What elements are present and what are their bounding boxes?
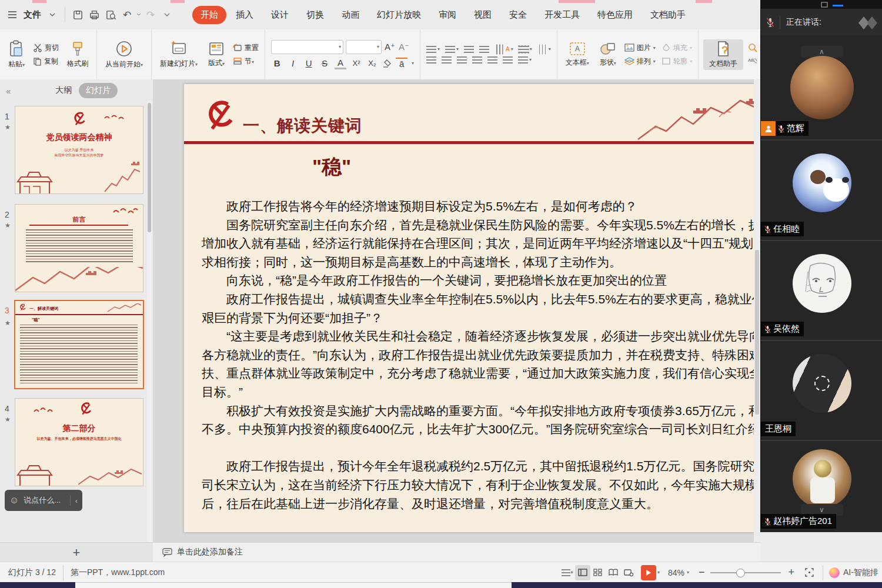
zoom-dropdown-icon[interactable]: ▾ bbox=[687, 570, 689, 575]
notes-placeholder[interactable]: 单击此处添加备注 bbox=[177, 547, 243, 557]
participant-tile[interactable]: 吴依然 bbox=[761, 241, 882, 340]
arrange-button[interactable]: 排列▾ bbox=[623, 56, 657, 67]
participant-tile[interactable]: ∧ 范辉 bbox=[761, 35, 882, 139]
layout-button[interactable]: 版式▾ bbox=[205, 40, 228, 69]
window-icon[interactable] bbox=[821, 2, 828, 8]
chat-input-placeholder[interactable]: 说点什么... bbox=[24, 495, 65, 506]
shapes-button[interactable]: 形状▾ bbox=[596, 41, 620, 69]
zoom-slider[interactable] bbox=[710, 572, 781, 573]
slide-keyword[interactable]: "稳" bbox=[312, 153, 351, 181]
align-left-button[interactable] bbox=[426, 56, 436, 64]
picture-button[interactable]: 图片▾ bbox=[623, 42, 657, 54]
slide-thumbnail-3-current[interactable]: 一、解读关键词 "稳" bbox=[14, 300, 144, 389]
text-align-box-button[interactable]: ▾ bbox=[519, 46, 532, 53]
grow-font-button[interactable]: A⁺ bbox=[384, 42, 396, 52]
text-direction-button[interactable]: A▾ bbox=[495, 46, 513, 53]
zoom-in-button[interactable]: + bbox=[788, 566, 794, 579]
play-dropdown-icon[interactable]: ▾ bbox=[657, 570, 660, 575]
bullet-list-button[interactable]: ▾ bbox=[426, 46, 440, 53]
font-color-button[interactable]: A bbox=[335, 58, 346, 69]
tab-insert[interactable]: 插入 bbox=[228, 6, 262, 24]
slide-thumbnail-2[interactable]: 前言 bbox=[15, 204, 143, 292]
underline-button[interactable]: U bbox=[303, 58, 315, 68]
bold-button[interactable]: B bbox=[271, 58, 283, 68]
slide-title[interactable]: 一、解读关键词 bbox=[243, 115, 362, 137]
notes-bar[interactable]: 单击此处添加备注 bbox=[153, 542, 760, 562]
undo-icon[interactable]: ↶ bbox=[119, 7, 135, 22]
slide-thumbnail-1[interactable]: 党员领读两会精神 以史为鉴 开创未来 实现中华民族伟大复兴的中国梦 bbox=[15, 106, 143, 194]
distribute-button[interactable] bbox=[487, 56, 497, 64]
thumbnail-scrollbar-thumb[interactable] bbox=[148, 103, 151, 232]
customize-toolbar-icon[interactable] bbox=[159, 7, 175, 22]
normal-view-button[interactable] bbox=[575, 565, 590, 580]
tab-devtools[interactable]: 开发工具 bbox=[536, 6, 588, 24]
participant-tile[interactable]: ∨ 赵祎婷广告201 bbox=[761, 441, 882, 532]
align-center-button[interactable] bbox=[442, 56, 452, 64]
font-size-input[interactable]: ▾ bbox=[346, 40, 382, 54]
strikethrough-button[interactable]: S bbox=[319, 58, 330, 68]
ai-assistant-label[interactable]: AI-智能排 bbox=[843, 567, 882, 578]
increase-indent-button[interactable] bbox=[479, 46, 489, 53]
char-spacing-button[interactable]: ā bbox=[396, 58, 407, 69]
print-icon[interactable] bbox=[86, 7, 102, 22]
format-painter-button[interactable]: 格式刷 bbox=[64, 39, 92, 70]
superscript-button[interactable]: X² bbox=[350, 59, 362, 68]
ai-assistant-icon[interactable] bbox=[829, 567, 840, 578]
numbered-list-button[interactable]: ▾ bbox=[445, 46, 459, 53]
reading-view-button[interactable] bbox=[606, 565, 621, 580]
font-name-input[interactable]: ▾ bbox=[271, 40, 343, 54]
decrease-indent-button[interactable] bbox=[464, 46, 474, 53]
tab-animation[interactable]: 动画 bbox=[333, 6, 368, 24]
justify-button[interactable] bbox=[472, 56, 482, 64]
tab-design[interactable]: 设计 bbox=[263, 6, 297, 24]
participant-tile[interactable]: 任相睦 bbox=[761, 141, 882, 240]
ab-direction-button[interactable]: ▾ bbox=[537, 46, 551, 53]
save-icon[interactable] bbox=[70, 7, 85, 22]
editor-scrollbar[interactable] bbox=[754, 79, 760, 542]
file-menu[interactable]: 文件 bbox=[21, 6, 44, 24]
subscript-button[interactable]: X₂ bbox=[366, 59, 378, 68]
tab-slides[interactable]: 幻灯片 bbox=[79, 83, 118, 98]
doc-assistant-button[interactable]: 文档助手 bbox=[703, 39, 743, 70]
slide-sorter-view-button[interactable] bbox=[590, 565, 606, 580]
reset-button[interactable]: 重置 bbox=[232, 42, 260, 54]
copy-button[interactable]: 复制 bbox=[32, 56, 60, 67]
section-button[interactable]: 节▾ bbox=[232, 56, 260, 67]
clear-format-icon[interactable] bbox=[382, 59, 392, 68]
print-preview-icon[interactable] bbox=[103, 7, 118, 22]
tab-doc-assistant[interactable]: 文档助手 bbox=[642, 6, 694, 24]
emoji-icon[interactable]: ☺ bbox=[9, 495, 19, 506]
para-spacing-button[interactable]: ▾ bbox=[518, 56, 532, 64]
tab-special-features[interactable]: 特色应用 bbox=[589, 6, 641, 24]
slideshow-play-button[interactable] bbox=[641, 565, 656, 580]
cut-button[interactable]: 剪切 bbox=[32, 42, 60, 54]
mic-muted-icon[interactable] bbox=[766, 16, 775, 28]
meeting-chat-overlay[interactable]: ☺ 说点什么... ‹ bbox=[5, 490, 82, 511]
tab-transition[interactable]: 切换 bbox=[298, 6, 332, 24]
hamburger-icon[interactable] bbox=[5, 7, 20, 22]
collapse-chat-icon[interactable]: ‹ bbox=[75, 496, 78, 505]
tab-home[interactable]: 开始 bbox=[192, 6, 226, 24]
tab-view[interactable]: 视图 bbox=[466, 6, 500, 24]
zoom-level[interactable]: 84% bbox=[668, 568, 684, 577]
slide-canvas[interactable]: 一、解读关键词 "稳" 政府工作报告将今年的经济增速预期目标设定为5.5%左右，… bbox=[184, 84, 760, 532]
tab-review[interactable]: 审阅 bbox=[430, 6, 465, 24]
collapse-panel-icon[interactable]: « bbox=[6, 86, 11, 96]
slide-thumbnail-4[interactable]: 第二部分 以史为鉴、开创未来，必须继续推进马克思主义中国化 bbox=[15, 398, 143, 486]
presenter-view-button[interactable] bbox=[621, 565, 636, 580]
add-slide-button[interactable]: + bbox=[73, 545, 81, 560]
tab-slideshow[interactable]: 幻灯片放映 bbox=[369, 6, 429, 24]
participant-tile[interactable]: 王恩桐 bbox=[761, 341, 882, 440]
paste-button[interactable]: 粘贴▾ bbox=[5, 39, 28, 71]
thumbnail-scrollbar[interactable] bbox=[147, 102, 152, 542]
play-from-current-button[interactable]: 从当前开始▾ bbox=[102, 39, 146, 71]
fit-window-icon[interactable] bbox=[801, 565, 817, 580]
align-right-button[interactable] bbox=[457, 56, 467, 64]
tab-outline[interactable]: 大纲 bbox=[48, 83, 79, 98]
shrink-font-button[interactable]: A⁻ bbox=[398, 42, 410, 52]
editor-scrollbar-thumb[interactable] bbox=[755, 250, 759, 415]
zoom-out-button[interactable]: − bbox=[699, 566, 705, 579]
zoom-slider-handle[interactable] bbox=[736, 569, 745, 577]
tab-security[interactable]: 安全 bbox=[501, 6, 535, 24]
textbox-button[interactable]: A 文本框▾ bbox=[562, 41, 593, 69]
